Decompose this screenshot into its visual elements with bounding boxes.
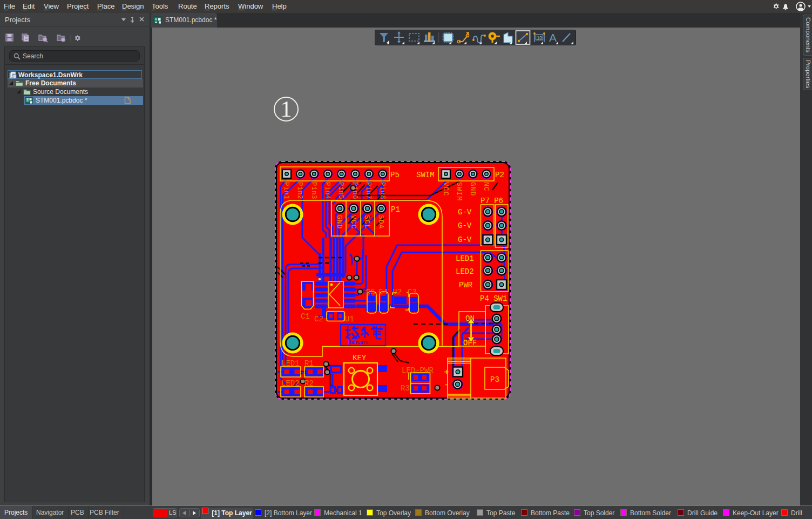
svg-text:LED2: LED2	[281, 379, 300, 388]
svg-text:-: -	[444, 380, 449, 390]
svg-text:SWIM: SWIM	[416, 171, 435, 179]
svg-text:U1: U1	[345, 315, 354, 323]
svg-text:NC: NC	[482, 182, 490, 192]
svg-text:Pin4: Pin4	[323, 182, 331, 199]
svg-text:Pin7: Pin7	[364, 182, 372, 199]
svg-text:R1: R1	[304, 359, 314, 368]
svg-text:LED-PWR: LED-PWR	[402, 366, 434, 375]
svg-text:LED1: LED1	[281, 359, 300, 368]
svg-text:P7 P6: P7 P6	[481, 197, 503, 205]
svg-text:Pin8: Pin8	[378, 182, 386, 199]
svg-text:LED2: LED2	[456, 267, 474, 276]
svg-text:C5: C5	[366, 288, 375, 296]
svg-text:+: +	[444, 368, 449, 378]
svg-text:SCL: SCL	[363, 215, 371, 229]
svg-text:SDA: SDA	[377, 215, 385, 229]
svg-text:Pin5: Pin5	[337, 182, 344, 199]
svg-text:Pin3: Pin3	[310, 182, 317, 199]
svg-text:OFF: OFF	[463, 339, 477, 347]
svg-text:R3: R3	[401, 384, 410, 393]
svg-text:C4: C4	[378, 288, 388, 296]
svg-text:jixin.pro: jixin.pro	[348, 339, 368, 345]
svg-text:P5: P5	[390, 171, 400, 179]
svg-text:ON: ON	[465, 314, 475, 323]
svg-text:PWR: PWR	[459, 281, 473, 289]
svg-text:G-V: G-V	[458, 235, 472, 244]
svg-text:U2: U2	[393, 288, 402, 296]
svg-text:C2: C2	[314, 315, 323, 323]
svg-text:P1: P1	[391, 205, 400, 214]
svg-text:R2: R2	[304, 379, 314, 388]
svg-text:P3: P3	[490, 375, 499, 384]
svg-text:G-V: G-V	[458, 221, 472, 230]
svg-text:C3: C3	[408, 288, 417, 296]
svg-text:Pin6: Pin6	[351, 182, 358, 199]
svg-text:Pin1: Pin1	[282, 182, 290, 199]
svg-text:LED1: LED1	[456, 254, 474, 263]
svg-text:VCC: VCC	[349, 215, 357, 229]
svg-text:VCC: VCC	[442, 182, 450, 196]
svg-text:SWIM: SWIM	[455, 182, 463, 201]
svg-text:G-V: G-V	[458, 208, 472, 217]
svg-text:P4 SW1: P4 SW1	[480, 294, 507, 303]
svg-text:KEY: KEY	[353, 354, 367, 362]
svg-text:Pin2: Pin2	[296, 182, 303, 199]
svg-text:GND: GND	[335, 215, 343, 229]
svg-text:GND: GND	[469, 182, 477, 196]
svg-text:C1: C1	[301, 312, 310, 321]
svg-text:P2: P2	[495, 171, 504, 179]
